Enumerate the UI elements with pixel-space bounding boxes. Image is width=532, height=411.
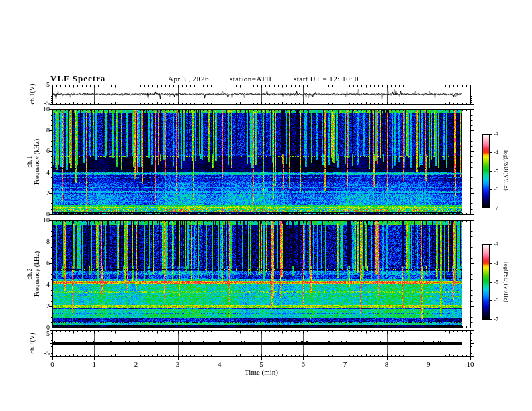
ch2-spec-y-tick-label: 6: [27, 259, 50, 267]
x-tick-label: 10: [467, 360, 474, 368]
ch2-spec-y-tick-label: 4: [27, 281, 50, 288]
colorbar2-tick-label: -3: [494, 241, 498, 248]
x-tick-label: 2: [134, 360, 138, 368]
ch1-wave-y-tick-label: 5: [27, 81, 50, 88]
x-tick-label: 3: [176, 360, 180, 368]
header-station: station=ATH: [230, 75, 271, 83]
ch2-spec-y-tick-label: 8: [27, 238, 50, 245]
ch3-wave-y-tick-label: -5: [27, 349, 50, 357]
ch1-spec-axis-label-line1: ch.1: [26, 156, 33, 168]
x-tick-label: 0: [50, 360, 54, 368]
colorbar1-tick-label: -5: [494, 168, 498, 175]
header-start-ut: start UT = 12: 10: 0: [294, 75, 359, 83]
ch1-spec-y-tick-label: 2: [27, 189, 50, 197]
colorbar2-tick-label: -6: [494, 297, 498, 304]
colorbar2-title: log(PSD)(V²/Hz): [503, 262, 509, 302]
ch1-wave-y-tick-label: -5: [27, 99, 50, 107]
x-tick-label: 1: [92, 360, 96, 368]
ch2-spec-axis-label-line2: Frequency (kHz): [33, 251, 40, 297]
ch1-spec-y-tick-label: 4: [27, 169, 50, 176]
time-axis-title: Time (min): [245, 368, 278, 376]
vlf-spectra-figure: VLF Spectra Apr.3 , 2026 station=ATH sta…: [0, 0, 532, 411]
ch1-spec-y-tick-label: 6: [27, 147, 50, 154]
x-tick-label: 8: [385, 360, 389, 368]
ch3-wave-y-tick-label: 5: [27, 330, 50, 337]
colorbar2-tick-label: -4: [494, 260, 498, 267]
colorbar1-tick-label: -3: [494, 131, 498, 138]
x-tick-label: 9: [427, 360, 431, 368]
ch1-spec-y-tick-label: 8: [27, 126, 50, 134]
colorbar2-tick-label: -7: [494, 316, 498, 322]
ch1-spec-axis-label: ch.1 Frequency (kHz): [26, 139, 40, 185]
header-date: Apr.3 , 2026: [168, 75, 209, 83]
ch2-spec-y-tick-label: 2: [27, 302, 50, 310]
x-tick-label: 6: [301, 360, 305, 368]
page-title: VLF Spectra: [50, 73, 105, 84]
colorbar2-tick-label: -5: [494, 279, 498, 285]
ch2-spec-axis-label: ch.2 Frequency (kHz): [26, 251, 40, 297]
plot-canvas: [0, 0, 532, 411]
x-tick-label: 7: [343, 360, 347, 368]
ch2-spec-y-tick-label: 10: [27, 216, 50, 224]
x-tick-label: 4: [218, 360, 222, 368]
ch1-spec-axis-label-line2: Frequency (kHz): [33, 139, 40, 185]
x-tick-label: 5: [259, 360, 263, 368]
colorbar1-tick-label: -4: [494, 149, 498, 156]
colorbar1-tick-label: -6: [494, 186, 498, 193]
ch2-spec-axis-label-line1: ch.2: [26, 269, 33, 280]
colorbar1-title: log(PSD)(V²/Hz): [503, 150, 509, 191]
colorbar1-tick-label: -7: [494, 204, 498, 211]
